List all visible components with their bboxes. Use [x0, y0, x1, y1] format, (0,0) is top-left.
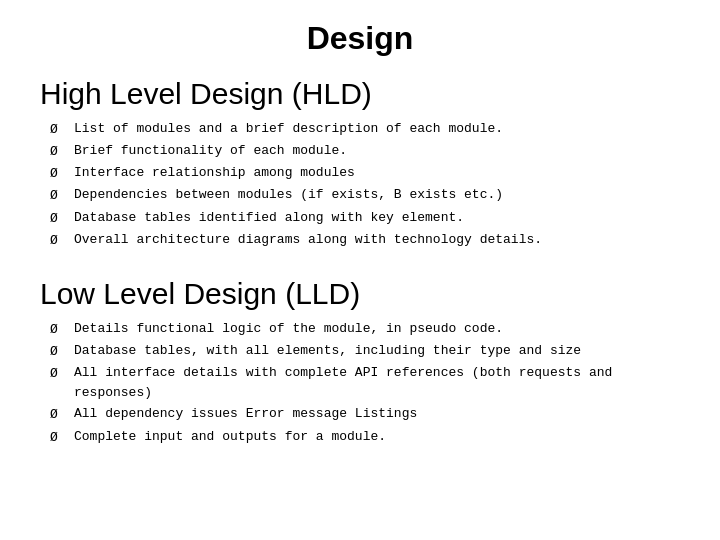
- hld-item-text: Overall architecture diagrams along with…: [74, 230, 542, 250]
- bullet-icon: Ø: [50, 120, 70, 140]
- bullet-icon: Ø: [50, 320, 70, 340]
- bullet-icon: Ø: [50, 342, 70, 362]
- lld-item-text: All interface details with complete API …: [74, 363, 680, 403]
- bullet-icon: Ø: [50, 428, 70, 448]
- lld-bullet-list: ØDetails functional logic of the module,…: [40, 319, 680, 448]
- hld-list-item: ØOverall architecture diagrams along wit…: [50, 230, 680, 251]
- bullet-icon: Ø: [50, 186, 70, 206]
- hld-bullet-list: ØList of modules and a brief description…: [40, 119, 680, 251]
- hld-list-item: ØInterface relationship among modules: [50, 163, 680, 184]
- page: Design High Level Design (HLD) ØList of …: [0, 0, 720, 540]
- bullet-icon: Ø: [50, 405, 70, 425]
- page-title: Design: [40, 20, 680, 57]
- bullet-icon: Ø: [50, 164, 70, 184]
- bullet-icon: Ø: [50, 209, 70, 229]
- bullet-icon: Ø: [50, 142, 70, 162]
- lld-list-item: ØAll interface details with complete API…: [50, 363, 680, 403]
- hld-list-item: ØDependencies between modules (if exists…: [50, 185, 680, 206]
- bullet-icon: Ø: [50, 231, 70, 251]
- hld-item-text: Database tables identified along with ke…: [74, 208, 464, 228]
- lld-item-text: Details functional logic of the module, …: [74, 319, 503, 339]
- lld-list-item: ØDatabase tables, with all elements, inc…: [50, 341, 680, 362]
- hld-item-text: List of modules and a brief description …: [74, 119, 503, 139]
- hld-item-text: Brief functionality of each module.: [74, 141, 347, 161]
- hld-list-item: ØList of modules and a brief description…: [50, 119, 680, 140]
- hld-item-text: Dependencies between modules (if exists,…: [74, 185, 503, 205]
- hld-item-text: Interface relationship among modules: [74, 163, 355, 183]
- lld-list-item: ØComplete input and outputs for a module…: [50, 427, 680, 448]
- hld-list-item: ØBrief functionality of each module.: [50, 141, 680, 162]
- hld-list-item: ØDatabase tables identified along with k…: [50, 208, 680, 229]
- lld-heading: Low Level Design (LLD): [40, 277, 680, 311]
- lld-item-text: Complete input and outputs for a module.: [74, 427, 386, 447]
- lld-list-item: ØDetails functional logic of the module,…: [50, 319, 680, 340]
- lld-item-text: All dependency issues Error message List…: [74, 404, 417, 424]
- lld-section: Low Level Design (LLD) ØDetails function…: [40, 277, 680, 462]
- lld-item-text: Database tables, with all elements, incl…: [74, 341, 581, 361]
- bullet-icon: Ø: [50, 364, 70, 384]
- lld-list-item: ØAll dependency issues Error message Lis…: [50, 404, 680, 425]
- hld-heading: High Level Design (HLD): [40, 77, 680, 111]
- hld-section: High Level Design (HLD) ØList of modules…: [40, 77, 680, 265]
